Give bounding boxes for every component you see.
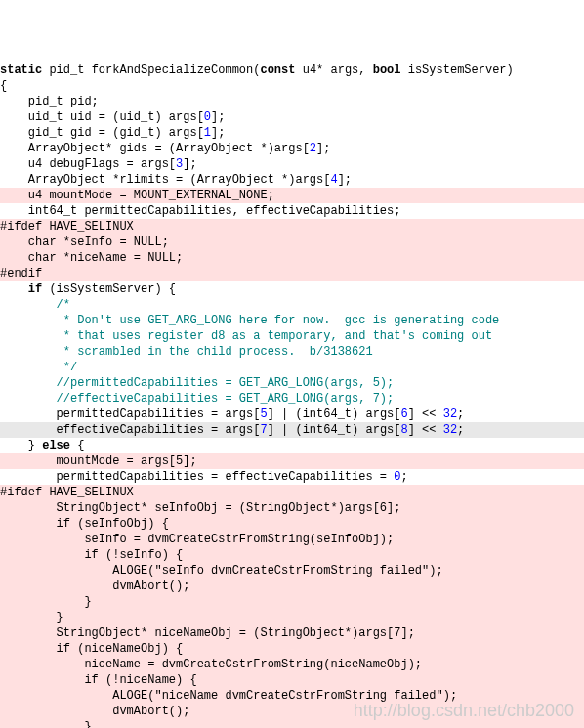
code-line: dvmAbort(); — [0, 704, 584, 719]
code-line: permittedCapabilities = args[5] | (int64… — [0, 407, 584, 422]
code-line: ALOGE("seInfo dvmCreateCstrFromString fa… — [0, 563, 584, 578]
code-line: seInfo = dvmCreateCstrFromString(seInfoO… — [0, 532, 584, 547]
code-line: */ — [0, 360, 584, 375]
code-line: * that uses register d8 as a temporary, … — [0, 328, 584, 344]
code-line: ALOGE("niceName dvmCreateCstrFromString … — [0, 688, 584, 704]
code-line: niceName = dvmCreateCstrFromString(niceN… — [0, 657, 584, 672]
code-line: StringObject* seInfoObj = (StringObject*… — [0, 500, 584, 516]
code-line: if (seInfoObj) { — [0, 516, 584, 532]
code-line: } — [0, 594, 584, 610]
code-line: StringObject* niceNameObj = (StringObjec… — [0, 625, 584, 641]
code-line: #endif — [0, 266, 584, 281]
code-line: if (isSystemServer) { — [0, 281, 584, 297]
code-line: permittedCapabilities = effectiveCapabil… — [0, 469, 584, 485]
code-line: } — [0, 719, 584, 728]
code-line: dvmAbort(); — [0, 578, 584, 594]
code-line: #ifdef HAVE_SELINUX — [0, 219, 584, 235]
code-line: effectiveCapabilities = args[7] | (int64… — [0, 422, 584, 438]
code-line: char *niceName = NULL; — [0, 250, 584, 266]
code-line: * scrambled in the child process. b/3138… — [0, 344, 584, 360]
code-block: static pid_t forkAndSpecializeCommon(con… — [0, 63, 584, 728]
code-line: mountMode = args[5]; — [0, 453, 584, 469]
code-line: static pid_t forkAndSpecializeCommon(con… — [0, 63, 584, 78]
code-line: #ifdef HAVE_SELINUX — [0, 485, 584, 500]
code-line: char *seInfo = NULL; — [0, 235, 584, 250]
code-line: } — [0, 610, 584, 625]
code-line: gid_t gid = (gid_t) args[1]; — [0, 125, 584, 141]
code-line: uid_t uid = (uid_t) args[0]; — [0, 109, 584, 125]
code-line: { — [0, 78, 584, 94]
code-line: } else { — [0, 438, 584, 453]
code-line: pid_t pid; — [0, 94, 584, 109]
code-line: //effectiveCapabilities = GET_ARG_LONG(a… — [0, 391, 584, 407]
code-line: //permittedCapabilities = GET_ARG_LONG(a… — [0, 375, 584, 391]
code-line: ArrayObject *rlimits = (ArrayObject *)ar… — [0, 172, 584, 188]
code-line: if (!niceName) { — [0, 672, 584, 688]
code-line: if (niceNameObj) { — [0, 641, 584, 657]
code-line: int64_t permittedCapabilities, effective… — [0, 203, 584, 219]
code-line: ArrayObject* gids = (ArrayObject *)args[… — [0, 141, 584, 156]
code-line: u4 mountMode = MOUNT_EXTERNAL_NONE; — [0, 188, 584, 203]
code-line: * Don't use GET_ARG_LONG here for now. g… — [0, 313, 584, 328]
code-line: u4 debugFlags = args[3]; — [0, 156, 584, 172]
code-line: if (!seInfo) { — [0, 547, 584, 563]
code-line: /* — [0, 297, 584, 313]
